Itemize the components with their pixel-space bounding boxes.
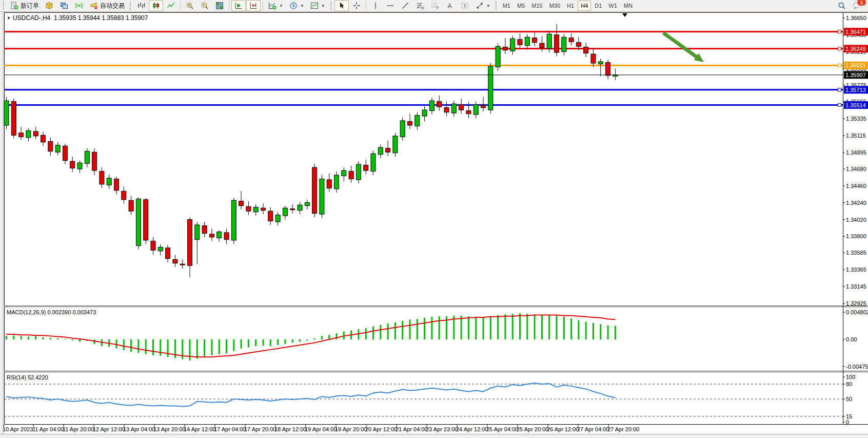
candle-up (55, 145, 60, 152)
candle-down (129, 200, 133, 211)
candle-up (400, 121, 405, 137)
time-tick-label: 12 Apr 12:00 (93, 426, 125, 432)
candle-down (92, 152, 97, 170)
rsi-tick-label: 100 (846, 374, 855, 380)
chart-canvas[interactable]: 1.366501.364301.362101.359901.357751.355… (0, 0, 868, 438)
candle-up (298, 205, 302, 210)
macd-tick-label: 0.004802 (846, 309, 868, 315)
candle-down (224, 233, 229, 239)
line-drag-handle[interactable] (838, 64, 841, 67)
price-tick-label: 1.33145 (846, 283, 866, 290)
candle-down (327, 180, 331, 188)
candle-up (510, 39, 515, 51)
candle-down (180, 264, 185, 265)
candle-up (217, 232, 222, 238)
candle-down (591, 54, 596, 63)
price-tick-label: 1.34020 (846, 217, 866, 223)
candle-up (488, 66, 493, 110)
candle-up (305, 203, 309, 206)
time-tick-label: 17 Apr 04:00 (214, 426, 246, 432)
candle-down (246, 206, 251, 211)
time-tick-label: 17 Apr 20:00 (244, 426, 276, 432)
time-tick-label: 13 Apr 20:00 (153, 426, 185, 432)
candle-up (107, 178, 111, 185)
candle-down (41, 135, 46, 142)
rsi-indicator-label: RSI(14) 52.4220 (7, 374, 48, 380)
candle-down (19, 133, 24, 137)
price-line-badge-label: 1.36471 (845, 29, 866, 35)
candle-up (378, 147, 383, 154)
candle-down (349, 172, 353, 179)
candle-down (70, 161, 75, 168)
time-tick-label: 26 Apr 12:00 (547, 426, 579, 432)
candle-down (268, 211, 273, 221)
price-line-badge-label: 1.36031 (845, 62, 866, 68)
candle-down (144, 200, 148, 240)
candle-up (231, 200, 236, 240)
line-drag-handle[interactable] (838, 88, 841, 91)
candle-up (451, 104, 456, 113)
macd-tick-label: 0.00 (846, 336, 857, 342)
candle-down (437, 102, 442, 107)
candle-up (253, 207, 258, 212)
candle-up (474, 105, 478, 115)
candle-up (275, 215, 280, 222)
candle-up (598, 62, 603, 64)
candle-down (444, 108, 449, 112)
candle-down (209, 234, 214, 237)
price-tick-label: 1.32925 (846, 300, 866, 307)
candle-down (100, 172, 104, 184)
time-tick-label: 21 Apr 04:00 (396, 426, 427, 432)
candle-up (85, 151, 89, 164)
time-tick-label: 10 Apr 2023 (3, 426, 33, 432)
candle-down (173, 259, 177, 263)
collapse-triangle-icon[interactable]: ▼ (7, 16, 11, 21)
candle-up (371, 154, 376, 171)
line-drag-handle[interactable] (838, 47, 841, 50)
price-tick-label: 1.34895 (846, 149, 866, 156)
candle-down (188, 220, 192, 266)
candle-up (77, 163, 82, 169)
candle-down (503, 47, 507, 50)
chart-title[interactable]: ▼USDCAD-,H4 1.35935 1.35944 1.35883 1.35… (7, 14, 148, 22)
candle-down (33, 131, 38, 136)
price-tick-label: 1.33365 (846, 266, 866, 273)
candle-down (239, 201, 244, 206)
candle-down (202, 225, 207, 233)
candle-up (393, 136, 398, 153)
candle-down (532, 38, 537, 43)
line-drag-handle[interactable] (838, 30, 841, 33)
time-tick-label: 27 Apr 20:00 (607, 426, 639, 432)
time-tick-label: 25 Apr 20:00 (517, 426, 548, 432)
candle-up (429, 101, 434, 110)
price-tick-label: 1.35335 (846, 116, 866, 122)
candle-up (342, 170, 346, 176)
candle-down (122, 191, 126, 199)
candle-down (290, 209, 295, 210)
rsi-tick-label: 80 (846, 381, 852, 387)
price-tick-label: 1.34680 (846, 166, 866, 172)
candle-down (518, 40, 522, 45)
candle-down (364, 165, 368, 170)
candle-down (606, 63, 610, 75)
price-line-badge-label: 1.36249 (845, 46, 866, 52)
time-tick-label: 20 Apr 12:00 (365, 426, 397, 432)
candle-down (151, 241, 155, 250)
rsi-tick-label: 50 (846, 396, 852, 402)
candle-up (334, 175, 339, 189)
price-tick-label: 1.35115 (846, 132, 866, 139)
candle-down (584, 47, 588, 53)
candle-up (356, 164, 361, 180)
candle-up (4, 101, 9, 125)
time-tick-label: 27 Apr 04:00 (577, 426, 609, 432)
time-tick-label: 24 Apr 12:00 (456, 426, 488, 432)
candle-down (459, 105, 464, 110)
candle-up (136, 199, 141, 245)
candle-down (386, 148, 390, 152)
candle-up (158, 247, 163, 251)
candle-up (26, 130, 31, 137)
candle-down (555, 35, 559, 52)
time-tick-label: 18 Apr 12:00 (274, 426, 306, 432)
line-drag-handle[interactable] (838, 104, 841, 107)
macd-indicator-label: MACD(12,26,9) 0.002390 0.003473 (7, 309, 96, 315)
